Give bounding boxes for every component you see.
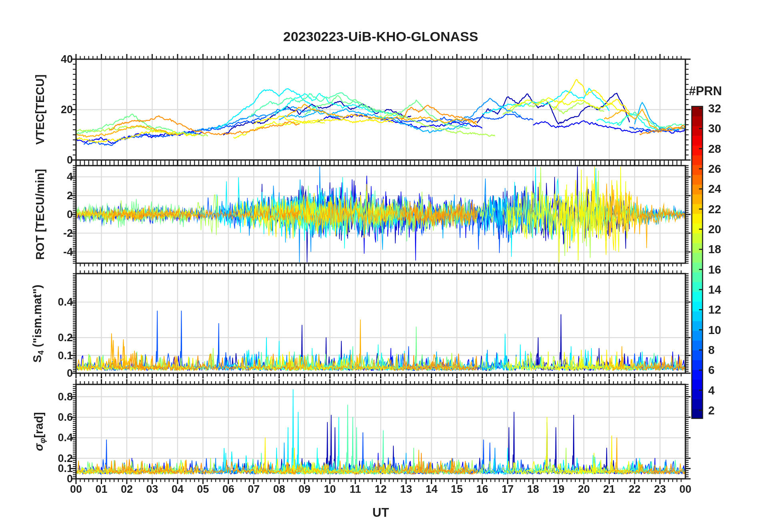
x-tick-label: 05: [189, 483, 217, 496]
colorbar-tick-label: 16: [708, 263, 744, 276]
x-tick-label: 23: [646, 483, 674, 496]
colorbar-tick-label: 22: [708, 202, 744, 216]
y-tick-label: -2: [16, 226, 73, 240]
y-tick-label: 0.2: [16, 452, 73, 465]
y-tick-label: 20: [16, 103, 73, 116]
colorbar-tick-label: 6: [708, 363, 744, 377]
x-tick-label: 03: [138, 483, 166, 496]
y-tick-label: 0: [16, 366, 73, 380]
y-tick-label: 0.4: [16, 295, 73, 309]
x-tick-label: 22: [621, 483, 649, 496]
colorbar-tick-label: 32: [708, 102, 744, 115]
x-tick-label: 19: [545, 483, 573, 496]
y-tick-label: 0.4: [16, 431, 73, 444]
x-tick-label: 02: [113, 483, 141, 496]
figure-root: 20230223-UiB-KHO-GLONASS VTEC[TECU]ROT […: [0, 0, 761, 532]
colorbar-tick-label: 28: [708, 142, 744, 156]
y-tick-label: 0: [16, 208, 73, 221]
colorbar-tick-label: 14: [708, 283, 744, 296]
y-tick-label: 0.1: [16, 349, 73, 362]
colorbar-tick-label: 10: [708, 323, 744, 337]
x-tick-label: 00: [671, 483, 699, 496]
x-axis-label: UT: [76, 506, 685, 520]
colorbar-tick-label: 24: [708, 182, 744, 196]
x-tick-label: 15: [443, 483, 471, 496]
x-tick-label: 01: [87, 483, 115, 496]
colorbar-tick-label: 12: [708, 303, 744, 316]
colorbar-tick-label: 8: [708, 343, 744, 357]
x-tick-label: 21: [595, 483, 623, 496]
x-tick-label: 20: [570, 483, 598, 496]
x-tick-label: 07: [240, 483, 268, 496]
x-tick-label: 13: [392, 483, 420, 496]
x-tick-label: 09: [290, 483, 318, 496]
y-tick-label: 40: [16, 52, 73, 66]
y-tick-label: 2: [16, 189, 73, 202]
colorbar-tick-label: 26: [708, 162, 744, 176]
x-tick-label: 16: [468, 483, 496, 496]
y-tick-label: 0.8: [16, 390, 73, 404]
x-tick-label: 18: [519, 483, 547, 496]
colorbar-tick-label: 30: [708, 122, 744, 135]
chart-title: 20230223-UiB-KHO-GLONASS: [76, 29, 685, 44]
x-tick-label: 14: [417, 483, 445, 496]
colorbar-title: #PRN: [675, 84, 735, 98]
colorbar-tick-label: 2: [708, 404, 744, 417]
x-tick-label: 00: [62, 483, 90, 496]
colorbar-tick-label: 18: [708, 242, 744, 256]
y-tick-label: 0.6: [16, 410, 73, 424]
x-tick-label: 08: [265, 483, 293, 496]
colorbar-tick-label: 4: [708, 384, 744, 397]
y-tick-label: 4: [16, 170, 73, 184]
chart-canvas: [0, 0, 761, 532]
x-tick-label: 11: [341, 483, 369, 496]
x-tick-label: 04: [164, 483, 192, 496]
x-tick-label: 06: [214, 483, 242, 496]
x-tick-label: 12: [367, 483, 395, 496]
colorbar-tick-label: 20: [708, 222, 744, 236]
x-tick-label: 10: [316, 483, 344, 496]
x-tick-label: 17: [494, 483, 522, 496]
y-tick-label: 0.2: [16, 331, 73, 344]
y-tick-label: 0: [16, 153, 73, 167]
y-tick-label: -4: [16, 245, 73, 259]
